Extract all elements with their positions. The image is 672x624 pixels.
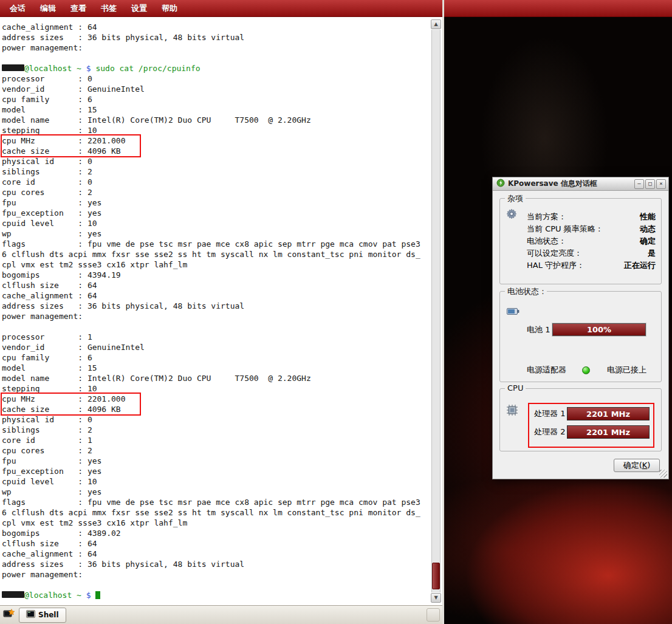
terminal-line: cpu cores : 2 bbox=[2, 445, 430, 456]
scrollbar-thumb[interactable] bbox=[432, 563, 440, 589]
terminal-line: vendor_id : GenuineIntel bbox=[2, 84, 430, 94]
menu-edit[interactable]: 编辑 bbox=[33, 1, 63, 16]
terminal-line: clflush size : 64 bbox=[2, 538, 430, 549]
cpu-group: CPU 处理器 12201 MHz处理器 22201 MHz bbox=[499, 388, 662, 451]
maximize-button[interactable]: □ bbox=[645, 179, 655, 189]
cpu-label: 处理器 1 bbox=[534, 408, 567, 419]
terminal-line: bogomips : 4394.19 bbox=[2, 270, 430, 280]
menu-settings[interactable]: 设置 bbox=[124, 1, 154, 16]
terminal-line: fpu : yes bbox=[2, 197, 430, 208]
info-row: 当前方案：性能 bbox=[527, 211, 656, 223]
redacted-username bbox=[2, 64, 24, 71]
dialog-body: 杂项 当前方案：性能当前 CPU 频率策略：动态电池状态：确定可以设定亮度：是H… bbox=[493, 191, 668, 479]
terminal-line: flags : fpu vme de pse tsc msr pae mce c… bbox=[2, 239, 430, 249]
prompt-host: @localhost ~ bbox=[24, 64, 81, 73]
cpu-label: 处理器 2 bbox=[534, 427, 567, 437]
terminal-line: cpl vmx est tm2 ssse3 cx16 xtpr lahf_lm bbox=[2, 518, 430, 528]
tab-label: Shell bbox=[38, 611, 59, 619]
info-row: HAL 守护程序：正在运行 bbox=[527, 259, 656, 272]
battery-progress-fill: 100% bbox=[553, 324, 645, 335]
prompt-symbol: $ bbox=[81, 64, 95, 73]
scrollbar[interactable]: ▲ ▼ bbox=[431, 19, 441, 603]
resize-grip[interactable] bbox=[659, 470, 667, 478]
prompt-symbol: $ bbox=[81, 591, 95, 600]
battery-progressbar: 100% bbox=[552, 323, 646, 336]
terminal-line: processor : 1 bbox=[2, 332, 430, 342]
terminal-line: stepping : 10 bbox=[2, 383, 430, 394]
ok-button[interactable]: 确定(K) bbox=[614, 459, 660, 472]
cpu-group-title: CPU bbox=[505, 383, 526, 393]
terminal-cursor bbox=[95, 591, 100, 599]
terminal-line: model name : Intel(R) Core(TM)2 Duo CPU … bbox=[2, 373, 430, 383]
terminal-line: model name : Intel(R) Core(TM)2 Duo CPU … bbox=[2, 115, 430, 125]
menu-session[interactable]: 会话 bbox=[2, 1, 33, 16]
scroll-up-button[interactable]: ▲ bbox=[431, 19, 441, 29]
new-session-icon bbox=[3, 609, 15, 622]
info-value: 是 bbox=[648, 248, 656, 259]
battery-group: 电池状态 : 电池 1 100% bbox=[499, 291, 662, 382]
minimize-button[interactable]: – bbox=[634, 179, 644, 189]
adapter-status: 电源已接上 bbox=[607, 365, 646, 375]
battery-label: 电池 1 bbox=[527, 324, 552, 335]
battery-icon bbox=[507, 306, 519, 318]
dialog-footer: 确定(K) bbox=[614, 459, 660, 472]
tab-bar: Shell bbox=[0, 605, 442, 624]
terminal-line: 6 clflush dts acpi mmx fxsr sse sse2 ss … bbox=[2, 507, 430, 518]
terminal-line: 6 clflush dts acpi mmx fxsr sse sse2 ss … bbox=[2, 249, 430, 259]
terminal-line: cache_alignment : 64 bbox=[2, 549, 430, 559]
terminal-line: flags : fpu vme de pse tsc msr pae mce c… bbox=[2, 497, 430, 507]
menu-help[interactable]: 帮助 bbox=[154, 1, 185, 16]
info-value: 动态 bbox=[640, 224, 656, 235]
gear-icon bbox=[506, 208, 517, 222]
menu-bar: 会话编辑查看书签设置帮助 bbox=[0, 0, 442, 17]
scroll-up-icon: ▲ bbox=[434, 21, 437, 27]
dialog-titlebar[interactable]: KPowersave 信息对话框 –□× bbox=[493, 177, 668, 191]
terminal-line: processor : 0 bbox=[2, 74, 430, 84]
battery-percent: 100% bbox=[587, 325, 611, 334]
misc-group-title: 杂项 bbox=[505, 193, 526, 204]
info-label: 可以设定亮度： bbox=[527, 248, 582, 259]
terminal-line: model : 15 bbox=[2, 105, 430, 115]
misc-rows: 当前方案：性能当前 CPU 频率策略：动态电池状态：确定可以设定亮度：是HAL … bbox=[527, 211, 656, 272]
terminal-line: bogomips : 4389.02 bbox=[2, 528, 430, 538]
redacted-username bbox=[2, 591, 24, 598]
terminal-line: power management: bbox=[2, 311, 430, 321]
info-label: 电池状态： bbox=[527, 236, 566, 247]
terminal-line: cpuid level : 10 bbox=[2, 218, 430, 228]
session-list-button[interactable] bbox=[427, 608, 440, 622]
terminal-line: cache_alignment : 64 bbox=[2, 290, 430, 301]
prompt-command: sudo cat /proc/cpuinfo bbox=[95, 64, 200, 73]
menu-bookmarks[interactable]: 书签 bbox=[94, 1, 124, 16]
terminal-output: cache_alignment : 64address sizes : 36 b… bbox=[2, 17, 430, 605]
terminal-line: vendor_id : GenuineIntel bbox=[2, 342, 430, 352]
power-led-icon bbox=[582, 366, 590, 374]
terminal-line: cpuid level : 10 bbox=[2, 476, 430, 487]
info-value: 正在运行 bbox=[624, 260, 656, 271]
terminal-line: clflush size : 64 bbox=[2, 280, 430, 290]
terminal-line: fpu_exception : yes bbox=[2, 466, 430, 476]
info-value: 性能 bbox=[640, 211, 656, 222]
screen: 会话编辑查看书签设置帮助 cache_alignment : 64address… bbox=[0, 0, 672, 624]
terminal-line: physical id : 0 bbox=[2, 414, 430, 425]
terminal-line: power management: bbox=[2, 43, 430, 53]
ok-label: 确定( bbox=[623, 461, 642, 470]
terminal-line: cpu family : 6 bbox=[2, 352, 430, 363]
new-session-button[interactable] bbox=[1, 608, 16, 623]
terminal-prompt-line: @localhost ~ $ sudo cat /proc/cpuinfo bbox=[2, 63, 430, 74]
ok-accel: K bbox=[642, 461, 648, 470]
terminal-line: physical id : 0 bbox=[2, 156, 430, 166]
terminal-line: wp : yes bbox=[2, 228, 430, 239]
scroll-down-button[interactable]: ▼ bbox=[431, 593, 441, 603]
terminal-line: fpu_exception : yes bbox=[2, 208, 430, 218]
terminal-line: model : 15 bbox=[2, 363, 430, 373]
scrollbar-track[interactable] bbox=[431, 30, 441, 592]
tab-shell[interactable]: Shell bbox=[19, 608, 66, 623]
battery-row: 电池 1 100% bbox=[527, 323, 646, 336]
kpowersave-dialog: KPowersave 信息对话框 –□× 杂项 当前方案：性能当前 CPU 频率… bbox=[492, 177, 669, 479]
menu-view[interactable]: 查看 bbox=[63, 1, 94, 16]
close-button[interactable]: × bbox=[656, 179, 666, 189]
cpu-row: 处理器 22201 MHz bbox=[534, 425, 650, 439]
terminal-line: cache_alignment : 64 bbox=[2, 22, 430, 32]
cpu-row: 处理器 12201 MHz bbox=[534, 407, 650, 420]
terminal-line bbox=[2, 321, 430, 332]
